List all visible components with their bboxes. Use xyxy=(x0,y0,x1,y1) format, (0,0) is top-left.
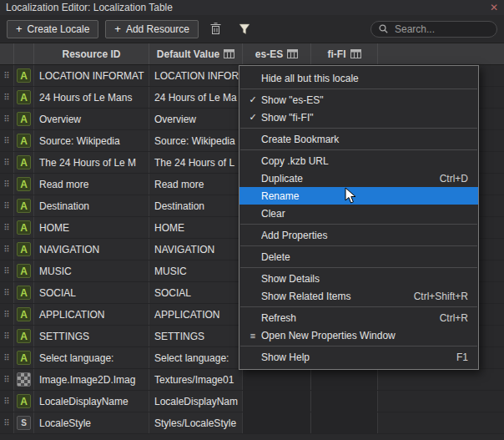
resource-id-cell[interactable]: SETTINGS xyxy=(33,326,149,346)
add-resource-button[interactable]: + Add Resource xyxy=(105,20,199,38)
drag-handle-icon[interactable]: ⠿ xyxy=(0,391,13,412)
drag-handle-icon[interactable]: ⠿ xyxy=(0,87,13,108)
resource-id-cell[interactable]: Select language: xyxy=(33,347,149,368)
default-value-cell[interactable]: Destination xyxy=(149,195,242,216)
menu-item[interactable]: Delete xyxy=(239,248,478,266)
default-value-cell[interactable]: NAVIGATION xyxy=(149,239,242,260)
column-header-default-value[interactable]: Default Value xyxy=(149,43,242,64)
menu-separator xyxy=(240,224,477,225)
resource-id-cell[interactable]: Read more xyxy=(33,174,149,195)
default-value-cell[interactable]: LocaleDisplayNam xyxy=(149,391,242,412)
default-value-cell[interactable]: Textures/Image01 xyxy=(149,369,242,390)
default-value-cell[interactable]: APPLICATION xyxy=(149,304,242,325)
menu-item[interactable]: DuplicateCtrl+D xyxy=(239,169,478,187)
menu-item[interactable]: Show HelpF1 xyxy=(239,348,478,366)
drag-handle-icon[interactable]: ⠿ xyxy=(0,195,13,216)
resource-id-cell[interactable]: HOME xyxy=(33,217,149,238)
resource-id-cell[interactable]: APPLICATION xyxy=(33,304,149,325)
drag-handle-icon[interactable]: ⠿ xyxy=(0,65,13,86)
resource-id-cell[interactable]: NAVIGATION xyxy=(33,239,149,260)
drag-handle-icon[interactable]: ⠿ xyxy=(0,152,13,173)
search-box[interactable] xyxy=(370,21,497,38)
fi-fi-cell[interactable] xyxy=(310,412,377,433)
default-value-cell[interactable]: Read more xyxy=(149,174,242,195)
menu-item-label: Duplicate xyxy=(261,173,425,185)
menu-separator xyxy=(240,245,477,246)
fi-fi-cell[interactable] xyxy=(310,391,377,412)
default-value-cell[interactable]: SOCIAL xyxy=(149,282,242,303)
handle-column-header xyxy=(0,43,13,64)
close-icon[interactable]: ✕ xyxy=(490,3,498,13)
menu-item[interactable]: ≡Open New Properties Window xyxy=(239,326,478,344)
row-filler xyxy=(377,412,504,433)
resource-id-cell[interactable]: MUSIC xyxy=(33,260,149,281)
drag-handle-icon[interactable]: ⠿ xyxy=(0,347,13,368)
resource-id-cell[interactable]: LocaleStyle xyxy=(33,412,149,433)
resource-id-cell[interactable]: Overview xyxy=(33,109,149,129)
default-value-cell[interactable]: Select language: xyxy=(149,347,242,368)
menu-item[interactable]: Create Bookmark xyxy=(239,130,478,148)
es-es-cell[interactable] xyxy=(242,412,310,433)
filter-button[interactable] xyxy=(234,20,255,38)
menu-item[interactable]: Add Properties xyxy=(239,226,478,244)
menu-item[interactable]: Clear xyxy=(239,205,478,222)
resource-id-cell[interactable]: LocaleDisplayName xyxy=(33,391,149,412)
default-value-cell[interactable]: SETTINGS xyxy=(149,326,242,346)
drag-handle-icon[interactable]: ⠿ xyxy=(0,130,13,151)
drag-handle-icon[interactable]: ⠿ xyxy=(0,109,13,129)
drag-handle-icon[interactable]: ⠿ xyxy=(0,304,13,325)
default-value-cell[interactable]: Overview xyxy=(149,109,242,129)
table-row[interactable]: ⠿ S LocaleStyle Styles/LocaleStyle xyxy=(0,412,504,434)
menu-item-label: Refresh xyxy=(261,312,425,324)
column-header-es-es[interactable]: es-ES xyxy=(242,43,310,64)
context-menu: Hide all but this locale✓Show "es-ES"✓Sh… xyxy=(239,65,479,370)
drag-handle-icon[interactable]: ⠿ xyxy=(0,412,13,433)
menu-item[interactable]: RefreshCtrl+R xyxy=(239,309,478,326)
search-input[interactable] xyxy=(393,23,489,36)
default-value-cell[interactable]: LOCATION INFOR xyxy=(149,65,242,86)
fi-fi-cell[interactable] xyxy=(310,369,377,390)
menu-item[interactable]: Hide all but this locale xyxy=(239,69,478,87)
drag-handle-icon[interactable]: ⠿ xyxy=(0,217,13,238)
drag-handle-icon[interactable]: ⠿ xyxy=(0,369,13,390)
drag-handle-icon[interactable]: ⠿ xyxy=(0,260,13,281)
menu-item[interactable]: ✓Show "es-ES" xyxy=(239,91,478,109)
menu-item[interactable]: Show Related ItemsCtrl+Shift+R xyxy=(239,287,478,305)
resource-id-cell[interactable]: 24 Hours of Le Mans xyxy=(33,87,149,108)
menu-item[interactable]: Rename xyxy=(239,187,478,205)
es-es-cell[interactable] xyxy=(242,369,310,390)
delete-button[interactable] xyxy=(205,20,227,38)
table-row[interactable]: ⠿ Image.Image2D.Imag Textures/Image01 xyxy=(0,369,504,391)
drag-handle-icon[interactable]: ⠿ xyxy=(0,326,13,346)
drag-handle-icon[interactable]: ⠿ xyxy=(0,239,13,260)
filter-icon xyxy=(239,23,250,35)
create-locale-button[interactable]: + Create Locale xyxy=(7,20,98,38)
menu-item[interactable]: Copy .kzb URL xyxy=(239,152,478,169)
default-value-cell[interactable]: HOME xyxy=(149,217,242,238)
menu-item-label: Create Bookmark xyxy=(261,134,468,145)
drag-handle-icon[interactable]: ⠿ xyxy=(0,282,13,303)
column-header-fi-fi[interactable]: fi-FI xyxy=(310,43,377,64)
resource-id-cell[interactable]: Source: Wikipedia xyxy=(33,130,149,151)
resource-id-cell[interactable]: LOCATION INFORMAT xyxy=(33,65,149,86)
resource-id-cell[interactable]: Image.Image2D.Imag xyxy=(33,369,149,390)
column-header-resource-id[interactable]: Resource ID xyxy=(33,43,149,64)
row-filler xyxy=(377,369,504,390)
menu-item-label: Show Help xyxy=(261,351,441,363)
es-es-cell[interactable] xyxy=(242,391,310,412)
menu-shortcut: Ctrl+R xyxy=(440,312,468,324)
menu-item-label: Add Properties xyxy=(261,230,468,241)
menu-item[interactable]: ✓Show "fi-FI" xyxy=(239,109,478,126)
drag-handle-icon[interactable]: ⠿ xyxy=(0,174,13,195)
table-row[interactable]: ⠿ A LocaleDisplayName LocaleDisplayNam xyxy=(0,391,504,412)
resource-id-cell[interactable]: SOCIAL xyxy=(33,282,149,303)
default-value-cell[interactable]: Styles/LocaleStyle xyxy=(149,412,242,433)
resource-id-cell[interactable]: Destination xyxy=(33,195,149,216)
default-value-cell[interactable]: MUSIC xyxy=(149,260,242,281)
menu-item[interactable]: Show Details xyxy=(239,270,478,287)
resource-id-cell[interactable]: The 24 Hours of Le M xyxy=(33,152,149,173)
default-value-cell[interactable]: 24 Hours of Le Ma xyxy=(149,87,242,108)
menu-item-label: Open New Properties Window xyxy=(261,330,468,341)
default-value-cell[interactable]: Source: Wikipedia xyxy=(149,130,242,151)
default-value-cell[interactable]: The 24 Hours of L xyxy=(149,152,242,173)
